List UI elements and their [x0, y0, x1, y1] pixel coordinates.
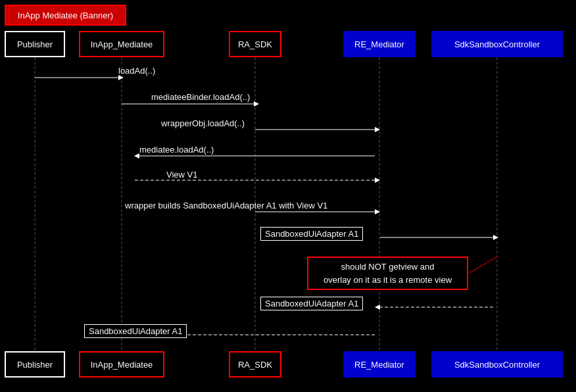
sdk-sandbox-bottom-box: SdkSandboxController [431, 351, 563, 378]
label-load-ad: loadAd(..) [118, 66, 155, 76]
label-wrapper-obj: wrapperObj.loadAd(..) [161, 118, 245, 128]
svg-marker-14 [375, 178, 380, 183]
publisher-bottom-box: Publisher [5, 351, 65, 378]
note-box: should NOT getview andoverlay on it as i… [307, 257, 468, 290]
inapp-mediatee-bottom-box: InApp_Mediatee [79, 351, 164, 378]
ra-sdk-top-box: RA_SDK [229, 31, 281, 57]
label-mediatee-load-ad: mediatee.loadAd(..) [139, 145, 214, 155]
svg-line-19 [469, 257, 497, 273]
diagram-title: InApp Mediatee (Banner) [5, 5, 126, 26]
label-view-v1: View V1 [166, 170, 197, 180]
label-wrapper-builds: wrapper builds SandboxedUiAdapter A1 wit… [125, 201, 327, 210]
publisher-top-box: Publisher [5, 31, 65, 57]
svg-marker-10 [375, 127, 380, 132]
label-sandboxed-adapter-1: SandboxedUiAdapter A1 [260, 227, 363, 241]
label-sandboxed-adapter-2: SandboxedUiAdapter A1 [260, 297, 363, 310]
re-mediator-top-box: RE_Mediator [343, 31, 416, 57]
label-sandboxed-adapter-3: SandboxedUiAdapter A1 [84, 324, 187, 338]
svg-marker-6 [118, 75, 124, 80]
label-mediatee-binder: mediateeBinder.loadAd(..) [151, 92, 250, 102]
re-mediator-bottom-box: RE_Mediator [343, 351, 416, 378]
svg-marker-12 [134, 153, 139, 159]
svg-marker-18 [493, 235, 498, 240]
inapp-mediatee-top-box: InApp_Mediatee [79, 31, 164, 57]
diagram: InApp Mediatee (Banner) Publisher InApp_… [0, 0, 576, 392]
svg-marker-16 [375, 209, 380, 214]
svg-marker-21 [375, 305, 380, 310]
title-text: InApp Mediatee (Banner) [18, 11, 113, 20]
svg-marker-8 [254, 101, 259, 107]
note-text: should NOT getview andoverlay on it as i… [324, 262, 452, 285]
sdk-sandbox-top-box: SdkSandboxController [431, 31, 563, 57]
ra-sdk-bottom-box: RA_SDK [229, 351, 281, 378]
